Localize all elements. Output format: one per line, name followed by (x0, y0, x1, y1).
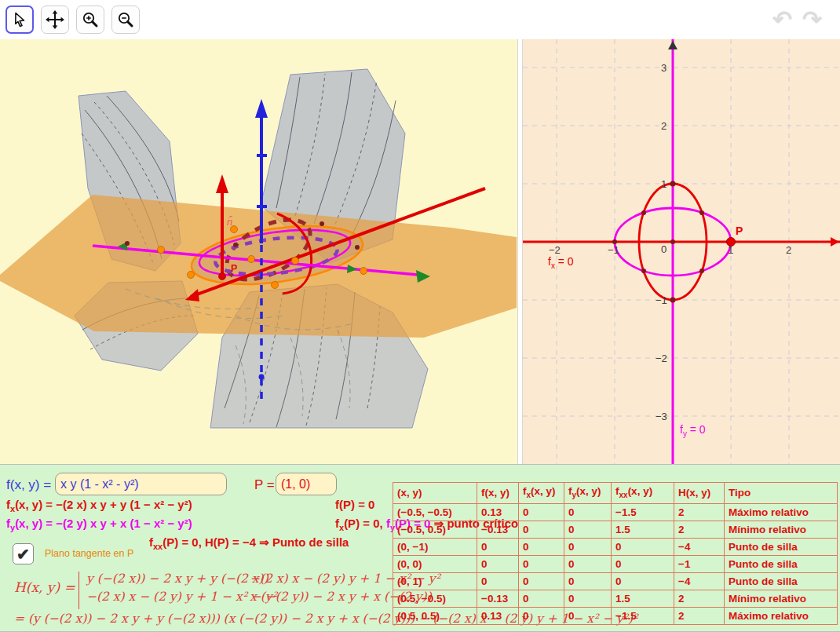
table-cell: −4 (674, 538, 725, 555)
table-row: (0, 1)0000−4Punto de silla (393, 572, 838, 590)
table-cell: 0 (477, 572, 519, 590)
table-header-cell: Tipo (725, 483, 838, 504)
z-axis-point (259, 374, 265, 380)
redo-button[interactable]: ↷ (802, 5, 822, 35)
hessian-label: H(x, y) = (14, 579, 75, 595)
cursor-arrow-icon (10, 10, 29, 29)
table-header-cell: fxx(x, y) (612, 483, 674, 504)
table-cell: 0 (519, 503, 564, 521)
table-header-cell: fx(x, y) (519, 483, 564, 504)
move-arrows-icon (45, 9, 65, 30)
table-row: (0, 0)0000−1Punto de silla (393, 555, 838, 572)
table-cell: 1.5 (612, 590, 674, 607)
x-axis-arrow-icon (831, 237, 839, 247)
table-cell: 0 (519, 607, 564, 624)
svg-text:−1: −1 (608, 244, 619, 256)
table-row: (−0.5, 0.5)−0.13001.52Mínimo relativo (393, 521, 838, 538)
point-P-3d[interactable] (219, 273, 226, 280)
table-header-cell: fy(x, y) (564, 483, 612, 504)
tangent-plane[interactable] (0, 195, 517, 338)
z-axis-arrow-icon (255, 99, 268, 118)
critical-points-table: (x, y)f(x, y)fx(x, y)fy(x, y)fxx(x, y)H(… (393, 482, 838, 625)
table-cell: 0 (477, 538, 519, 555)
table-cell: Punto de silla (725, 572, 838, 590)
svg-text:3: 3 (661, 62, 667, 74)
table-cell: 0 (519, 521, 564, 538)
fx-zero-label: fx = 0 (548, 255, 574, 270)
move-view-button[interactable] (41, 5, 69, 34)
table-cell: −1.5 (612, 607, 674, 624)
surface-plot-3d: n̂ P (0, 39, 517, 464)
graphics-view-2d[interactable]: −2 −1 0 1 2 3 2 1 −1 −2 −3 fx = 0 fy = 0… (523, 39, 840, 464)
table-cell: 0 (519, 572, 564, 590)
table-cell: 0.13 (477, 503, 519, 521)
p-definition-label: P = (254, 477, 275, 493)
undo-button[interactable]: ↶ (772, 5, 792, 35)
svg-text:−1: −1 (656, 294, 667, 306)
table-cell: (0, 0) (393, 555, 477, 572)
table-cell: Punto de silla (725, 538, 838, 555)
grid-lines (523, 39, 840, 464)
table-cell: Punto de silla (725, 555, 838, 572)
point-P-3d-label: P (231, 263, 237, 274)
svg-text:2: 2 (661, 120, 667, 132)
table-cell: −1 (674, 555, 725, 572)
table-cell: −1.5 (612, 503, 674, 521)
zoom-out-icon (116, 10, 135, 29)
table-row: (0, −1)0000−4Punto de silla (393, 538, 838, 555)
table-cell: Máximo relativo (725, 503, 838, 521)
table-cell: 0 (519, 555, 564, 572)
fy-zero-label: fy = 0 (680, 423, 706, 438)
table-cell: 2 (674, 607, 725, 624)
graphics-view-3d[interactable]: n̂ P (0, 39, 517, 464)
table-header-cell: f(x, y) (477, 483, 519, 504)
table-cell: 0 (564, 538, 612, 555)
toolbar: ↶ ↷ (0, 0, 840, 40)
table-cell: Mínimo relativo (725, 521, 838, 538)
algebra-panel: f(x, y) = P = fx(x, y) = −(2 x) x y + y … (0, 464, 840, 632)
table-cell: Máximo relativo (725, 607, 838, 624)
point-P[interactable] (727, 238, 736, 247)
zoom-in-button[interactable] (76, 5, 104, 34)
select-tool-button[interactable] (5, 5, 34, 34)
table-cell: −0.13 (477, 521, 519, 538)
table-cell: 0 (612, 572, 674, 590)
table-cell: (−0.5, 0.5) (393, 521, 477, 538)
panel-divider[interactable] (517, 39, 523, 464)
svg-text:1: 1 (661, 178, 667, 190)
table-cell: (0.5, 0.5) (393, 607, 477, 624)
table-cell: 2 (674, 503, 725, 521)
svg-text:−2: −2 (656, 353, 667, 364)
table-header-row: (x, y)f(x, y)fx(x, y)fy(x, y)fxx(x, y)H(… (393, 483, 838, 504)
hessian-m21: −(2 x) x − (2 y) y + 1 − x² − y² (86, 590, 277, 604)
svg-text:−2: −2 (549, 244, 561, 256)
fy-formula: fy(x, y) = −(2 y) x y + x (1 − x² − y²) (6, 517, 192, 532)
tangent-plane-checkbox-label: Plano tangente en P (45, 548, 133, 559)
table-cell: 2 (674, 521, 725, 538)
z-axis-tick (257, 154, 267, 157)
check-icon: ✔ (16, 545, 30, 564)
table-cell: 0 (564, 572, 612, 590)
table-cell: (0, −1) (393, 538, 477, 555)
critical-locus-plot: −2 −1 0 1 2 3 2 1 −1 −2 −3 fx = 0 fy = 0… (523, 39, 840, 464)
fx-formula: fx(x, y) = −(2 x) x y + y (1 − x² − y²) (6, 498, 192, 513)
table-cell: (−0.5, −0.5) (393, 503, 477, 521)
table-cell: 0 (477, 555, 519, 572)
svg-text:−3: −3 (656, 411, 667, 422)
svg-text:2: 2 (786, 244, 791, 256)
table-cell: 0 (564, 503, 612, 521)
function-input[interactable] (55, 473, 227, 495)
table-cell: 1.5 (612, 521, 674, 538)
z-axis-tick (257, 205, 267, 208)
matrix-bar-left (79, 572, 79, 609)
hessian-m11: y (−(2 x)) − 2 x y + y (−(2 x)) (86, 572, 268, 586)
point-p-input[interactable] (276, 473, 337, 495)
table-cell: (0, 1) (393, 572, 477, 590)
table-cell: 0 (564, 555, 612, 572)
zoom-out-button[interactable] (111, 5, 140, 34)
saddle-point-text: fxx(P) = 0, H(P) = −4 ⇒ Punto de silla (149, 535, 349, 551)
point-P-label: P (736, 225, 743, 237)
tangent-plane-checkbox[interactable]: ✔ (13, 543, 34, 564)
table-cell: 0 (612, 555, 674, 572)
table-cell: −0.13 (477, 590, 519, 607)
